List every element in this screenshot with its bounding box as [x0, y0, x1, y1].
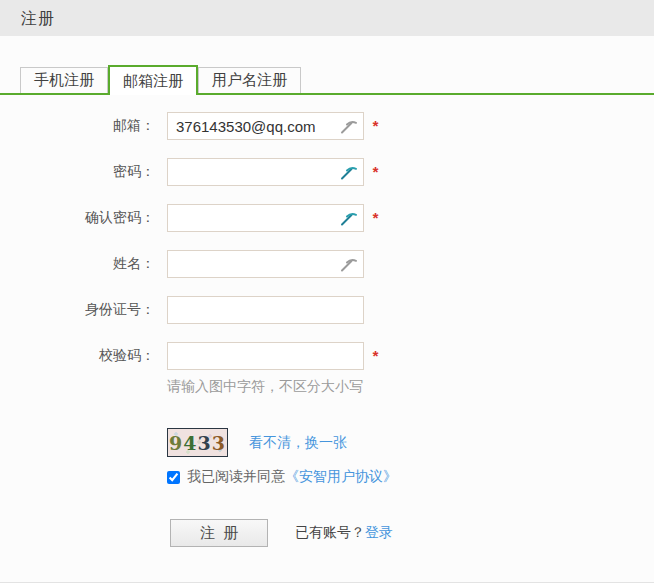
email-row: 邮箱： * [0, 112, 654, 140]
submit-row: 注册 已有账号？ 登录 [0, 519, 654, 547]
ime-pen-icon [340, 209, 358, 227]
captcha-area: 9 4 3 3 看不清，换一张 [0, 428, 654, 457]
agreement-row: 我已阅读并同意 《安智用户协议》 [0, 469, 654, 485]
required-asterisk: * [372, 158, 378, 186]
captcha-digit: 9 [169, 432, 183, 454]
name-row: 姓名： [0, 250, 654, 278]
register-form: 邮箱： * 密码： [0, 112, 654, 547]
required-asterisk: * [372, 204, 378, 232]
password-label: 密码： [20, 163, 155, 181]
captcha-label: 校验码： [20, 347, 155, 365]
captcha-digit: 3 [212, 432, 226, 454]
captcha-refresh-link[interactable]: 看不清，换一张 [249, 434, 347, 452]
tab-email-register[interactable]: 邮箱注册 [108, 65, 198, 95]
required-asterisk: * [372, 112, 378, 140]
agreement-checkbox[interactable] [167, 471, 180, 484]
captcha-digit: 4 [183, 432, 197, 454]
confirm-password-input[interactable] [167, 204, 364, 232]
ime-pen-icon [340, 163, 358, 181]
password-row: 密码： * [0, 158, 654, 186]
login-prompt: 已有账号？ [295, 524, 365, 542]
captcha-hint: 请输入图中字符，不区分大小写 [0, 378, 654, 394]
register-button[interactable]: 注册 [170, 519, 268, 547]
tab-phone-register[interactable]: 手机注册 [20, 67, 108, 93]
captcha-digit: 3 [198, 432, 212, 454]
name-input[interactable] [167, 250, 364, 278]
register-tabs: 手机注册 邮箱注册 用户名注册 [0, 65, 654, 95]
email-input[interactable] [167, 112, 364, 140]
agreement-link[interactable]: 《安智用户协议》 [285, 468, 397, 486]
id-number-row: 身份证号： [0, 296, 654, 324]
captcha-image[interactable]: 9 4 3 3 [167, 428, 228, 457]
tab-username-register[interactable]: 用户名注册 [198, 67, 301, 93]
confirm-password-row: 确认密码： * [0, 204, 654, 232]
password-input[interactable] [167, 158, 364, 186]
id-number-label: 身份证号： [20, 301, 155, 319]
login-link[interactable]: 登录 [365, 524, 393, 542]
page-title: 注册 [0, 0, 654, 37]
ime-pen-icon [340, 117, 358, 135]
captcha-row: 校验码： * [0, 342, 654, 370]
page-header: 注册 [0, 0, 654, 36]
captcha-input[interactable] [167, 342, 364, 370]
id-number-input[interactable] [167, 296, 364, 324]
confirm-password-label: 确认密码： [20, 209, 155, 227]
agreement-text: 我已阅读并同意 [187, 468, 285, 486]
required-asterisk: * [372, 342, 378, 370]
ime-pen-icon [340, 255, 358, 273]
name-label: 姓名： [20, 255, 155, 273]
register-page: 注册 手机注册 邮箱注册 用户名注册 邮箱： * 密码： [0, 0, 654, 583]
email-label: 邮箱： [20, 117, 155, 135]
